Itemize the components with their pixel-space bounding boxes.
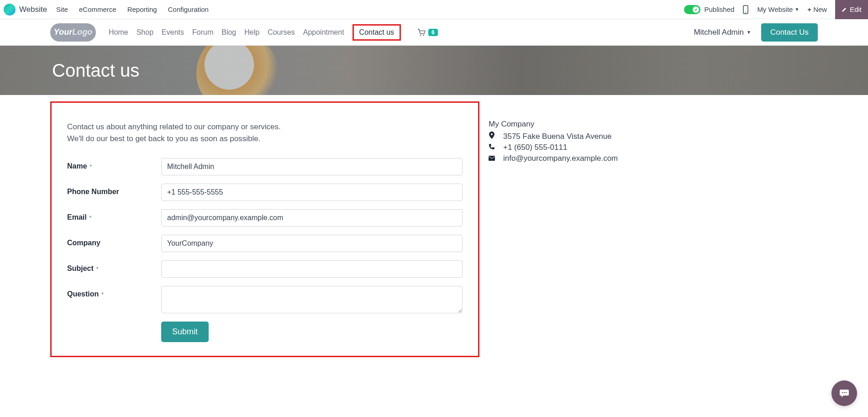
- nav-contact-us[interactable]: Contact us: [352, 24, 401, 41]
- form-row-phone: Phone Number: [67, 184, 463, 201]
- user-name: Mitchell Admin: [694, 28, 744, 37]
- my-website-dropdown[interactable]: My Website ▼: [757, 5, 799, 13]
- company-info: My Company 3575 Fake Buena Vista Avenue …: [489, 101, 818, 357]
- required-mark: *: [88, 214, 92, 221]
- nav-appointment[interactable]: Appointment: [303, 28, 344, 37]
- app-title: Website: [19, 5, 47, 14]
- required-mark: *: [88, 163, 92, 170]
- form-row-company: Company: [67, 235, 463, 252]
- label-email: Email *: [67, 209, 161, 222]
- contact-us-button[interactable]: Contact Us: [761, 23, 818, 42]
- admin-right: Published My Website ▼ + New Edit: [684, 0, 868, 19]
- hero-banner: Contact us: [0, 46, 868, 95]
- label-subject: Subject *: [67, 260, 161, 273]
- nav-forum[interactable]: Forum: [192, 28, 213, 37]
- form-row-name: Name *: [67, 158, 463, 175]
- envelope-icon: [489, 154, 495, 163]
- svg-point-2: [420, 34, 421, 36]
- form-row-question: Question *: [67, 286, 463, 313]
- user-dropdown[interactable]: Mitchell Admin ▼: [694, 28, 751, 37]
- caret-down-icon: ▼: [794, 7, 799, 12]
- cart-icon: [417, 29, 426, 36]
- published-label: Published: [704, 5, 734, 13]
- label-phone: Phone Number: [67, 184, 161, 196]
- submit-row: Submit: [161, 322, 463, 342]
- company-email: info@yourcompany.example.com: [503, 154, 618, 163]
- logo-text-logo: Logo: [72, 27, 92, 37]
- required-mark: *: [95, 265, 99, 272]
- main-content: Contact us about anything related to our…: [0, 101, 868, 357]
- my-website-label: My Website: [757, 5, 793, 13]
- company-address: 3575 Fake Buena Vista Avenue: [503, 132, 612, 141]
- site-header: YourLogo Home Shop Events Forum Blog Hel…: [0, 19, 868, 46]
- company-email-line: info@yourcompany.example.com: [489, 154, 818, 163]
- company-phone: +1 (650) 555-0111: [503, 143, 567, 152]
- published-toggle-wrap[interactable]: Published: [684, 5, 734, 14]
- intro-line-1: Contact us about anything related to our…: [67, 121, 463, 133]
- nav-events[interactable]: Events: [162, 28, 184, 37]
- mobile-icon[interactable]: [742, 5, 749, 14]
- form-row-email: Email *: [67, 209, 463, 227]
- new-label: New: [813, 5, 827, 13]
- name-field[interactable]: [161, 158, 463, 175]
- logo-text-your: Your: [54, 27, 72, 37]
- check-icon: [694, 8, 698, 11]
- cart-badge: 6: [428, 29, 438, 36]
- new-button[interactable]: + New: [807, 5, 827, 13]
- toggle-dot: [693, 6, 699, 13]
- required-mark: *: [100, 291, 104, 298]
- cart-link[interactable]: 6: [417, 29, 438, 36]
- app-logo-icon: [4, 4, 16, 16]
- phone-icon: [489, 143, 495, 152]
- admin-menu-configuration[interactable]: Configuration: [168, 5, 209, 13]
- page-title: Contact us: [52, 60, 139, 81]
- svg-point-1: [745, 12, 746, 13]
- caret-down-icon: ▼: [747, 30, 751, 35]
- company-name: My Company: [489, 120, 818, 129]
- nav-courses[interactable]: Courses: [268, 28, 295, 37]
- admin-menu-site[interactable]: Site: [56, 5, 68, 13]
- phone-field[interactable]: [161, 184, 463, 201]
- label-question: Question *: [67, 286, 161, 298]
- site-nav: Home Shop Events Forum Blog Help Courses…: [109, 24, 438, 41]
- contact-form-section: Contact us about anything related to our…: [50, 101, 479, 357]
- pencil-icon: [842, 7, 847, 12]
- admin-menu-ecommerce[interactable]: eCommerce: [79, 5, 116, 13]
- svg-point-3: [423, 34, 424, 36]
- label-name: Name *: [67, 158, 161, 170]
- nav-blog[interactable]: Blog: [221, 28, 236, 37]
- site-logo[interactable]: YourLogo: [50, 23, 96, 42]
- company-field[interactable]: [161, 235, 463, 252]
- plus-icon: +: [807, 5, 811, 13]
- submit-button[interactable]: Submit: [161, 322, 209, 342]
- company-address-line: 3575 Fake Buena Vista Avenue: [489, 132, 818, 141]
- intro-line-2: We'll do our best to get back to you as …: [67, 133, 463, 145]
- form-row-subject: Subject *: [67, 260, 463, 278]
- published-toggle[interactable]: [684, 5, 700, 14]
- nav-shop[interactable]: Shop: [137, 28, 153, 37]
- label-company: Company: [67, 235, 161, 247]
- question-field[interactable]: [161, 286, 463, 313]
- edit-button[interactable]: Edit: [835, 0, 868, 19]
- admin-menu-reporting[interactable]: Reporting: [127, 5, 157, 13]
- admin-menu: Site eCommerce Reporting Configuration: [56, 5, 209, 13]
- subject-field[interactable]: [161, 260, 463, 278]
- intro-text: Contact us about anything related to our…: [67, 121, 463, 144]
- admin-bar: Website Site eCommerce Reporting Configu…: [0, 0, 868, 19]
- company-phone-line: +1 (650) 555-0111: [489, 143, 818, 152]
- nav-home[interactable]: Home: [109, 28, 128, 37]
- map-pin-icon: [489, 132, 495, 141]
- nav-help[interactable]: Help: [244, 28, 259, 37]
- edit-label: Edit: [850, 5, 862, 13]
- email-field[interactable]: [161, 209, 463, 227]
